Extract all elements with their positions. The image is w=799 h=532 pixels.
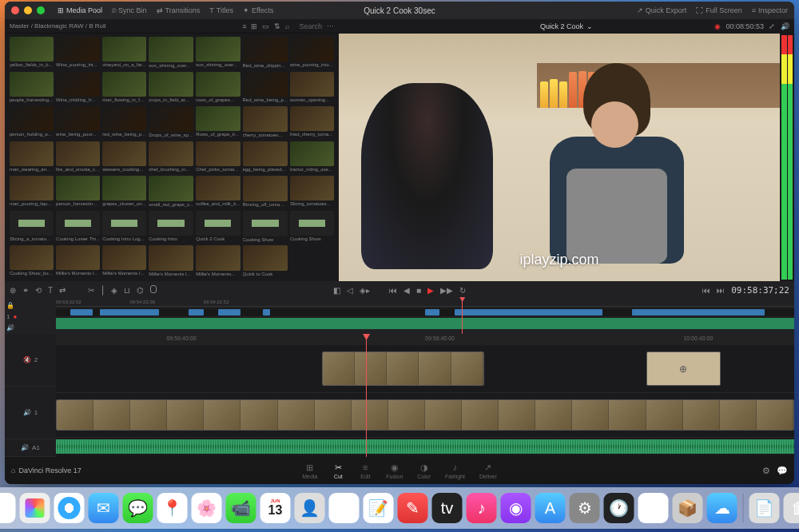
clip-thumbnail[interactable]	[10, 176, 54, 200]
dock-freeform[interactable]: ✎	[398, 493, 428, 523]
mini-clip[interactable]	[425, 309, 439, 316]
upper-ruler[interactable]: 09:53:22:5209:54:22:3609:54:22:52	[56, 299, 794, 307]
clip-thumbnail[interactable]	[196, 106, 240, 131]
media-clip[interactable]: Millie's Moments I...	[102, 245, 146, 278]
clip-thumbnail[interactable]	[149, 37, 193, 62]
page-fusion[interactable]: ◉Fusion	[386, 462, 403, 479]
clip-thumbnail[interactable]	[290, 106, 334, 131]
workspace-tab-titles[interactable]: TTitles	[209, 6, 233, 14]
clip-thumbnail[interactable]	[149, 72, 193, 97]
dock-contacts[interactable]: 👤	[295, 493, 325, 523]
tool-sync-icon[interactable]: ⟲	[35, 286, 42, 295]
media-clip[interactable]: cherry_tomatoes...	[243, 106, 288, 139]
media-clip[interactable]: Rinsing_off_toma...	[243, 176, 288, 208]
media-clip[interactable]: Cooking Show	[243, 211, 288, 244]
media-clip[interactable]: Cooking Intro Log...	[102, 211, 146, 244]
media-clip[interactable]: fire_and_smoke_c...	[56, 141, 100, 174]
volume-icon[interactable]: 🔊	[781, 22, 789, 30]
timeline-body[interactable]: 09:56:40:0009:58:40:0010:00:40:00 ⊕	[56, 334, 794, 457]
clip-thumbnail[interactable]	[56, 106, 100, 131]
viewer-clip-dropdown[interactable]: Quick 2 Cook ⌄	[540, 22, 593, 30]
media-clip[interactable]: Slicing_a_tomato...	[10, 211, 54, 244]
clip-thumbnail[interactable]	[10, 106, 54, 131]
media-clip[interactable]: people_harvesting...	[10, 72, 54, 105]
media-clip[interactable]: Chef_picks_tomat...	[196, 141, 240, 174]
clip-thumbnail[interactable]	[243, 72, 288, 97]
clip-thumbnail[interactable]	[10, 141, 54, 166]
clip-thumbnail[interactable]	[102, 106, 146, 131]
media-clip[interactable]: Millie's Moments I...	[56, 245, 100, 278]
media-clip[interactable]: Drops_of_wine_sp...	[149, 106, 193, 139]
media-clip[interactable]: Cooking Intro	[149, 211, 193, 244]
media-clip[interactable]: vineyard_on_a_far...	[102, 37, 146, 69]
media-clip[interactable]: sun_shining_over...	[149, 37, 193, 69]
tool-speed-icon[interactable]: ⌬	[137, 286, 144, 295]
workspace-tab-transitions[interactable]: ⇄Transitions	[157, 6, 201, 14]
media-clip[interactable]: yellow_fields_in_b...	[10, 37, 54, 69]
viewer-canvas[interactable]: iplayzip.com	[339, 34, 780, 281]
clip-thumbnail[interactable]	[149, 141, 193, 167]
expand-icon[interactable]: ⤢	[769, 22, 775, 30]
track-header-a1[interactable]: 🔊A1	[5, 439, 56, 457]
tool-title-icon[interactable]: T	[48, 286, 53, 295]
track-header-v2[interactable]: 🔇2	[5, 334, 56, 387]
timeline-clip[interactable]	[56, 399, 794, 431]
media-clip[interactable]: Cooking Lower Thi...	[56, 211, 100, 244]
dock-podcasts[interactable]: ◉	[501, 493, 531, 523]
page-media[interactable]: ⊞Media	[302, 462, 317, 479]
media-clip[interactable]: river_flowing_in_f...	[102, 72, 146, 105]
track-num[interactable]: 1	[6, 313, 10, 320]
prev-icon[interactable]: ◀	[403, 286, 410, 295]
tool-mic-icon[interactable]	[150, 285, 157, 295]
dock-appstore[interactable]: A	[535, 493, 566, 523]
next-edit-icon[interactable]: ⏭	[717, 286, 725, 295]
timeline-clip[interactable]	[322, 351, 484, 386]
tool-transition-icon[interactable]: ⇄	[59, 286, 66, 295]
clip-thumbnail[interactable]	[10, 211, 54, 236]
media-clip[interactable]: skewers_cooking...	[102, 141, 146, 174]
clip-thumbnail[interactable]	[102, 72, 146, 97]
titlebar-inspector[interactable]: ≡Inspector	[752, 6, 788, 14]
media-clip[interactable]: chef_brushing_m...	[149, 141, 193, 174]
dock-launchpad[interactable]	[20, 493, 50, 523]
media-clip[interactable]: rows_of_grapes...	[196, 72, 240, 105]
clip-thumbnail[interactable]	[243, 141, 288, 167]
tool-markers-icon[interactable]: ◈	[111, 286, 117, 295]
titlebar-full-screen[interactable]: ⛶Full Screen	[696, 6, 742, 14]
media-clip[interactable]: Quick 2 Cook	[196, 211, 240, 244]
clip-thumbnail[interactable]	[56, 141, 100, 166]
upper-video-track[interactable]	[56, 308, 794, 316]
media-clip[interactable]: Wine_trickling_fr...	[56, 72, 100, 105]
clip-thumbnail[interactable]	[243, 37, 288, 62]
clip-thumbnail[interactable]	[102, 245, 146, 270]
dock-safari[interactable]	[54, 493, 85, 523]
mini-clip[interactable]	[100, 309, 159, 316]
tool-link-icon[interactable]: ⚭	[22, 286, 29, 295]
dock-music[interactable]: ♪	[467, 493, 497, 523]
breadcrumb[interactable]: Master / Blackmagic RAW / B Roll	[10, 22, 242, 30]
clip-thumbnail[interactable]	[243, 176, 288, 201]
media-clip[interactable]: Slicing_tomatoes...	[290, 176, 334, 208]
mini-clip[interactable]	[632, 309, 765, 316]
dock-maps[interactable]: 📍	[157, 493, 188, 523]
list-view-icon[interactable]: ≡	[242, 22, 246, 30]
dock-finder[interactable]	[0, 493, 16, 523]
home-icon[interactable]: ⌂	[11, 466, 15, 474]
upper-timeline-body[interactable]: 09:53:22:5209:54:22:3609:54:22:52	[56, 299, 794, 334]
tool-snap-icon[interactable]: ⊔	[124, 286, 130, 295]
timeline-clip[interactable]: ⊕	[646, 351, 720, 386]
clip-thumbnail[interactable]	[149, 211, 193, 236]
timecode-display[interactable]: 09:58:37;22	[731, 285, 789, 296]
sort-icon[interactable]: ⇅	[274, 22, 280, 30]
clip-thumbnail[interactable]	[10, 72, 54, 97]
media-clip[interactable]: Millie's Moments...	[196, 245, 240, 278]
clip-thumbnail[interactable]	[56, 211, 100, 236]
audio-waveform[interactable]	[56, 439, 794, 454]
clip-thumbnail[interactable]	[102, 37, 146, 62]
dock-app[interactable]: 📦	[673, 493, 703, 523]
clip-thumbnail[interactable]	[290, 176, 334, 200]
clip-thumbnail[interactable]	[196, 72, 240, 97]
clip-thumbnail[interactable]	[149, 106, 193, 132]
video-track-2[interactable]: ⊕	[56, 345, 794, 393]
clip-thumbnail[interactable]	[56, 37, 100, 62]
